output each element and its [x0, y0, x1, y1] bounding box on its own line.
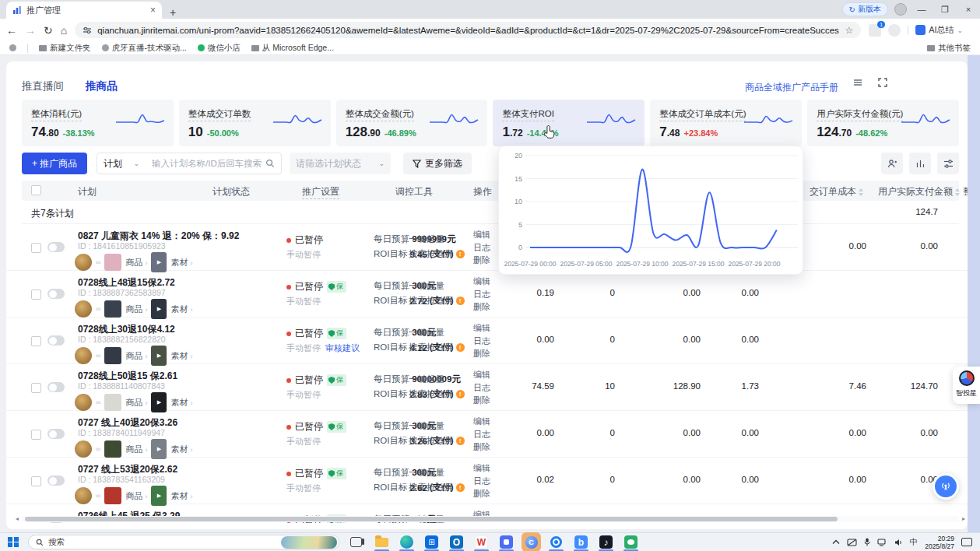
clock[interactable]: 20:29 2025/8/27 — [925, 535, 954, 550]
material-link[interactable]: 素材 › — [170, 350, 192, 362]
minimize-button[interactable]: — — [913, 5, 930, 14]
edit-link[interactable]: 编辑 — [473, 462, 490, 475]
bookmark-folder[interactable]: 新建文件夹 — [39, 43, 91, 54]
stat-card[interactable]: 用户实际支付金额(元) 124.70-48.62% — [807, 100, 959, 146]
extension-2-icon[interactable] — [888, 24, 901, 37]
header-user-pay[interactable]: 用户实际支付金额 — [878, 185, 960, 198]
extension-icon[interactable]: 1 — [869, 24, 881, 37]
delete-link[interactable]: 删除 — [473, 487, 490, 500]
stat-card[interactable]: 整体消耗(元) 74.80-38.13% — [22, 100, 174, 146]
log-link[interactable]: 日志 — [473, 381, 490, 395]
material-thumbnail[interactable] — [151, 346, 167, 366]
header-status[interactable]: 计划状态 — [213, 185, 250, 198]
material-link[interactable]: 素材 › — [170, 490, 192, 502]
taskbar-app-ms-store[interactable]: ⊞ — [424, 535, 439, 549]
info-icon[interactable]: ! — [456, 343, 465, 352]
new-tab-button[interactable]: + — [170, 6, 176, 19]
bookmark-weixin[interactable]: 微信小店 — [198, 43, 241, 54]
review-suggestion-link[interactable]: 审核建议 — [325, 342, 360, 354]
taskbar-app-douyin[interactable]: ♪ — [599, 535, 613, 549]
taskbar-app-blue-app[interactable] — [499, 535, 514, 549]
log-link[interactable]: 日志 — [473, 428, 490, 441]
taskbar-app-chat-app-active[interactable]: C — [524, 535, 539, 549]
bookmark-huya[interactable]: 虎牙直播-技术驱动... — [102, 43, 187, 54]
product-thumbnail[interactable] — [104, 394, 121, 411]
notification-icon[interactable] — [961, 538, 972, 546]
one-key-boost-link[interactable]: 一键起量 — [409, 374, 444, 385]
product-link[interactable]: 商品 › — [125, 444, 147, 455]
tab-product[interactable]: 推商品 — [86, 79, 118, 93]
row-checkbox[interactable] — [31, 336, 41, 346]
taskbar-app-edge[interactable] — [399, 535, 414, 549]
url-bar[interactable]: qianchuan.jinritemai.com/uni-prom?aavid=… — [75, 22, 861, 38]
material-thumbnail[interactable] — [151, 439, 167, 459]
row-toggle-switch[interactable] — [47, 522, 65, 523]
delete-link[interactable]: 删除 — [473, 300, 490, 314]
status-filter-select[interactable]: 请筛选计划状态⌄ — [290, 153, 391, 174]
material-thumbnail[interactable] — [151, 299, 167, 319]
header-plan[interactable]: 计划 — [78, 185, 97, 198]
microphone-icon[interactable] — [864, 538, 870, 546]
delete-link[interactable]: 删除 — [473, 254, 490, 267]
edit-link[interactable]: 编辑 — [473, 368, 490, 381]
ai-summary-button[interactable]: AI总结⌄ — [915, 24, 963, 36]
search-first-screen-link[interactable]: 搜索抢首屏 — [409, 435, 454, 447]
browser-tab[interactable]: 推广管理 × — [6, 2, 162, 19]
product-link[interactable]: 商品 › — [125, 397, 147, 409]
list-settings-icon[interactable] — [849, 77, 866, 94]
promote-product-button[interactable]: +推广商品 — [22, 153, 87, 174]
help-fab-button[interactable] — [933, 473, 959, 500]
manual-link[interactable]: 商品全域推广产品手册 — [745, 81, 838, 94]
more-filters-button[interactable]: 更多筛选 — [403, 153, 472, 174]
weather-widget-image[interactable] — [281, 536, 337, 549]
ime-indicator[interactable]: 中 — [910, 537, 919, 548]
info-icon[interactable]: ! — [456, 390, 465, 398]
taskbar-app-blue-ring-app[interactable] — [549, 535, 564, 549]
sort-icon[interactable] — [859, 188, 863, 196]
search-first-screen-link[interactable]: 搜索抢首屏 — [409, 342, 454, 353]
product-thumbnail[interactable] — [104, 440, 121, 458]
taskbar-app-wps[interactable]: W — [474, 535, 489, 549]
product-thumbnail[interactable] — [104, 254, 121, 271]
search-first-screen-link[interactable]: 搜索抢首屏 — [409, 295, 454, 307]
info-icon[interactable]: ! — [456, 250, 465, 258]
row-toggle-switch[interactable] — [47, 476, 65, 486]
close-button[interactable]: × — [960, 5, 977, 14]
row-checkbox[interactable] — [31, 290, 41, 300]
home-icon[interactable]: ⌂ — [61, 24, 67, 37]
stat-card[interactable]: 整体成交订单成本(元) 7.48+23.84% — [650, 100, 802, 146]
horizontal-scrollbar[interactable]: ◂ ▸ — [22, 516, 959, 522]
taskbar-search[interactable]: 搜索 — [28, 535, 339, 549]
other-bookmarks[interactable]: 其他书签 — [927, 43, 971, 54]
scrollbar-thumb[interactable] — [25, 517, 838, 521]
bookmark-edge-import[interactable]: 从 Microsoft Edge... — [251, 43, 334, 54]
row-checkbox[interactable] — [31, 243, 41, 253]
material-link[interactable]: 素材 › — [170, 397, 192, 409]
speaker-icon[interactable] — [894, 539, 903, 546]
log-link[interactable]: 日志 — [473, 241, 490, 254]
row-toggle-switch[interactable] — [47, 429, 65, 439]
header-tools[interactable]: 调控工具 — [395, 185, 433, 198]
row-toggle-switch[interactable] — [47, 335, 65, 346]
info-icon[interactable]: ! — [456, 297, 465, 305]
row-toggle-switch[interactable] — [47, 242, 65, 252]
row-checkbox[interactable] — [31, 476, 41, 486]
reload-icon[interactable]: ↻ — [44, 24, 53, 37]
task-view-icon[interactable] — [350, 537, 362, 547]
edit-link[interactable]: 编辑 — [473, 275, 490, 288]
network-display-icon[interactable] — [877, 539, 887, 546]
search-first-screen-link[interactable]: 搜索抢首屏 — [409, 388, 454, 400]
back-icon[interactable]: ← — [6, 24, 17, 37]
forward-icon[interactable]: → — [25, 24, 36, 37]
bookmark-star-icon[interactable]: ☆ — [845, 25, 853, 36]
row-checkbox[interactable] — [31, 383, 41, 393]
tab-live-room[interactable]: 推直播间 — [22, 79, 64, 93]
info-icon[interactable]: ! — [456, 483, 465, 492]
scroll-right-icon[interactable]: ▸ — [962, 515, 965, 522]
one-key-boost-link[interactable]: 一键起量 — [409, 467, 444, 479]
search-first-screen-link[interactable]: 搜索抢首屏 — [409, 482, 454, 493]
start-button[interactable] — [8, 537, 19, 548]
taskbar-app-explorer[interactable] — [374, 535, 389, 549]
select-all-checkbox[interactable] — [31, 185, 41, 195]
tray-chevron-up-icon[interactable] — [832, 539, 840, 545]
